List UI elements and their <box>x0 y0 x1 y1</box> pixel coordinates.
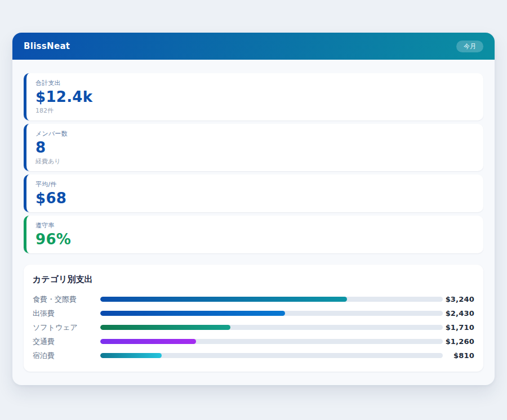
category-value: $1,710 <box>443 323 474 332</box>
stat-label: 平均/件 <box>35 181 474 188</box>
stat-label: 遵守率 <box>35 222 474 229</box>
bar-track <box>100 325 443 330</box>
stat-subtext: 182件 <box>35 107 474 114</box>
category-row: 宿泊費 $810 <box>33 348 474 363</box>
stat-value: 96% <box>35 232 474 247</box>
stat-value: 8 <box>35 140 474 155</box>
category-label: 交通費 <box>33 337 100 347</box>
bar-track <box>100 353 443 358</box>
dashboard-card: BlissNeat 今月 合計支出 $12.4k 182件 メンバー数 8 経費… <box>12 33 495 385</box>
category-row: ソフトウェア $1,710 <box>33 320 474 334</box>
stat-card-average-per-item: 平均/件 $68 <box>24 175 483 212</box>
stats-list: 合計支出 $12.4k 182件 メンバー数 8 経費あり 平均/件 $68 遵… <box>24 73 483 253</box>
category-value: $3,240 <box>443 295 474 303</box>
stat-card-member-count: メンバー数 8 経費あり <box>24 124 483 171</box>
bar-fill <box>100 325 230 330</box>
category-label: 宿泊費 <box>33 351 100 361</box>
bar-fill <box>100 297 347 302</box>
dashboard-content: 合計支出 $12.4k 182件 メンバー数 8 経費あり 平均/件 $68 遵… <box>12 60 495 385</box>
stat-label: メンバー数 <box>35 130 474 137</box>
category-row: 交通費 $1,260 <box>33 334 474 348</box>
category-label: 食費・交際費 <box>33 294 100 305</box>
bar-fill <box>100 353 162 358</box>
app-header: BlissNeat 今月 <box>12 33 495 60</box>
category-label: ソフトウェア <box>33 323 100 333</box>
stat-subtext: 経費あり <box>35 158 474 165</box>
category-card-title: カテゴリ別支出 <box>33 274 474 285</box>
app-title: BlissNeat <box>24 41 70 51</box>
stat-card-compliance-rate: 遵守率 96% <box>24 216 483 253</box>
stat-value: $68 <box>35 191 474 206</box>
category-label: 出張費 <box>33 309 100 319</box>
bar-track <box>100 311 443 316</box>
stat-value: $12.4k <box>35 90 474 105</box>
stat-card-total-spend: 合計支出 $12.4k 182件 <box>24 73 483 120</box>
bar-fill <box>100 339 196 344</box>
stat-label: 合計支出 <box>35 79 474 87</box>
category-value: $810 <box>443 351 474 360</box>
bar-track <box>100 339 443 344</box>
category-value: $1,260 <box>443 337 474 346</box>
category-row: 食費・交際費 $3,240 <box>33 292 474 306</box>
bar-fill <box>100 311 285 316</box>
bar-track <box>100 297 443 302</box>
category-row: 出張費 $2,430 <box>33 306 474 320</box>
category-value: $2,430 <box>443 309 474 318</box>
category-breakdown-card: カテゴリ別支出 食費・交際費 $3,240 出張費 $2,430 ソフトウェア … <box>24 265 483 372</box>
period-badge[interactable]: 今月 <box>456 41 483 52</box>
